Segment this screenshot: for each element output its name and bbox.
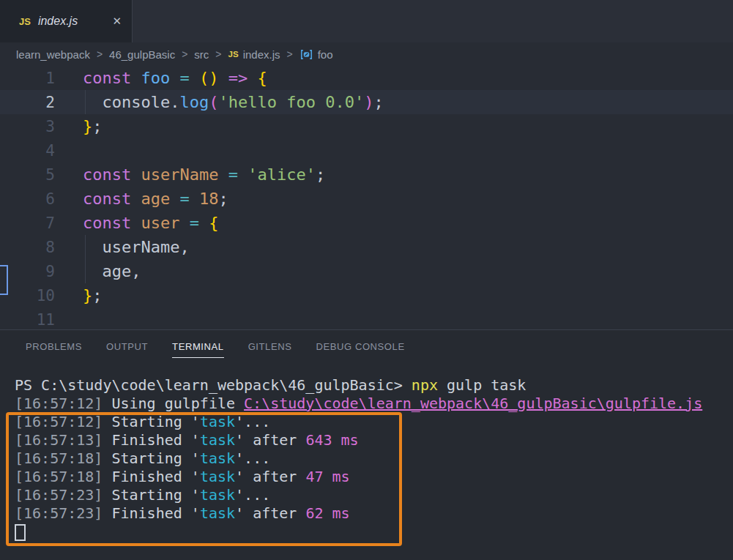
- code-line-6[interactable]: 6const age = 18;: [0, 187, 733, 211]
- token: [218, 165, 228, 184]
- code-line-9[interactable]: 9 age,: [0, 259, 733, 283]
- code-line-3[interactable]: 3};: [0, 114, 733, 138]
- token: 643 ms: [305, 431, 358, 449]
- breadcrumb-item-learn-webpack[interactable]: learn_webpack: [16, 48, 90, 61]
- token: (): [199, 69, 219, 87]
- terminal-line: [16:57:18] Finished 'task' after 47 ms: [15, 468, 733, 486]
- token: const: [83, 214, 131, 232]
- token: 62 ms: [305, 504, 349, 522]
- panel-tab-output[interactable]: OUTPUT: [106, 330, 148, 363]
- terminal[interactable]: PS C:\study\code\learn_webpack\46_gulpBa…: [0, 364, 733, 560]
- token: ;: [316, 165, 325, 184]
- token: age: [141, 190, 170, 208]
- breadcrumb-label: learn_webpack: [16, 48, 90, 61]
- token: [131, 69, 141, 87]
- code-line-7[interactable]: 7const user = {: [0, 211, 733, 235]
- line-number: 1: [0, 70, 55, 87]
- token: [190, 69, 199, 87]
- editor-tab-bar: JS index.js ✕: [0, 0, 733, 42]
- token: ;: [92, 286, 102, 305]
- breadcrumb-label: 46_gulpBasic: [109, 48, 175, 61]
- token: 47 ms: [305, 468, 349, 485]
- code-text: const age = 18;: [83, 190, 228, 208]
- token: task: [200, 449, 235, 467]
- line-number: 5: [0, 166, 55, 184]
- breadcrumb-separator: >: [286, 48, 292, 60]
- code-line-8[interactable]: 8 userName,: [0, 235, 733, 259]
- token: task: [200, 468, 235, 485]
- breadcrumb-item-46-gulpbasic[interactable]: 46_gulpBasic: [109, 48, 175, 61]
- code-text: };: [83, 117, 103, 135]
- panel-tab-gitlens[interactable]: GITLENS: [248, 330, 292, 363]
- token: ' after: [235, 504, 305, 522]
- symbol-variable-icon: [299, 49, 313, 60]
- token: gulp task: [438, 376, 526, 394]
- line-number: 2: [0, 94, 55, 111]
- token: }: [83, 286, 92, 305]
- token: =: [179, 69, 189, 87]
- terminal-cursor: [15, 524, 26, 541]
- token: (: [209, 93, 218, 111]
- line-number: 9: [0, 263, 55, 280]
- left-edge-blue-box: [0, 265, 8, 295]
- terminal-line: [16:57:12] Using gulpfile C:\study\code\…: [15, 395, 733, 413]
- line-number: 11: [0, 311, 55, 329]
- token: [190, 190, 199, 208]
- line-number: 10: [0, 287, 55, 305]
- tab-index-js[interactable]: JS index.js ✕: [0, 0, 133, 42]
- token: const: [83, 165, 131, 184]
- panel-tab-terminal[interactable]: TERMINAL: [172, 330, 224, 363]
- token: '...: [235, 413, 270, 430]
- code-text: age,: [83, 262, 141, 280]
- code-text: const foo = () => {: [83, 69, 267, 87]
- code-line-1[interactable]: 1const foo = () => {: [0, 66, 733, 90]
- token: {: [257, 69, 267, 87]
- token: PS C:\study\code\learn_webpack\46_gulpBa…: [15, 376, 412, 394]
- code-text: userName,: [83, 238, 190, 256]
- token: =: [228, 165, 238, 184]
- breadcrumb-item-src[interactable]: src: [194, 48, 209, 61]
- token: [199, 214, 209, 232]
- token: [218, 69, 228, 87]
- token: [248, 69, 257, 87]
- tab-title: index.js: [38, 15, 78, 28]
- token: =: [190, 214, 199, 232]
- terminal-line: [16:57:18] Starting 'task'...: [15, 449, 733, 468]
- panel-tab-debug-console[interactable]: DEBUG CONSOLE: [316, 330, 404, 363]
- token: '...: [235, 486, 270, 504]
- token: task: [200, 504, 235, 522]
- code-text: const userName = 'alice';: [83, 165, 325, 184]
- code-line-5[interactable]: 5const userName = 'alice';: [0, 163, 733, 187]
- close-icon[interactable]: ✕: [112, 15, 122, 28]
- token: [16:57:18]: [15, 449, 111, 467]
- line-number: 8: [0, 239, 55, 256]
- terminal-line: [16:57:13] Finished 'task' after 643 ms: [15, 431, 733, 449]
- token: C:\study\code\learn_webpack\46_gulpBasic…: [244, 395, 702, 412]
- javascript-file-icon: JS: [19, 16, 31, 27]
- panel-tab-problems[interactable]: PROBLEMS: [26, 330, 82, 363]
- token: [170, 190, 179, 208]
- token: [16:57:18]: [15, 468, 111, 485]
- code-line-4[interactable]: 4: [0, 138, 733, 163]
- code-line-11[interactable]: 11: [0, 307, 733, 332]
- token: Starting ': [111, 486, 199, 504]
- breadcrumb-item-index-js[interactable]: JSindex.js: [228, 48, 280, 61]
- token: task: [200, 431, 235, 449]
- code-line-10[interactable]: 10};: [0, 283, 733, 307]
- token: [131, 165, 141, 184]
- token: ;: [218, 190, 228, 208]
- token: log: [179, 93, 209, 111]
- panel-tab-label: TERMINAL: [172, 341, 224, 352]
- breadcrumb-item-foo[interactable]: foo: [299, 48, 333, 61]
- breadcrumb-separator: >: [97, 48, 103, 60]
- line-number: 6: [0, 190, 55, 208]
- code-editor[interactable]: 1const foo = () => {2 console.log('hello…: [0, 66, 733, 330]
- token: Starting ': [111, 449, 199, 467]
- token: [16:57:23]: [15, 486, 111, 504]
- token: Starting ': [111, 413, 199, 430]
- active-tab-underline: [172, 357, 224, 358]
- token: const: [83, 69, 131, 87]
- token: foo: [141, 69, 170, 87]
- indent-guide: [85, 235, 86, 259]
- code-line-2[interactable]: 2 console.log('hello foo 0.0');: [0, 90, 733, 114]
